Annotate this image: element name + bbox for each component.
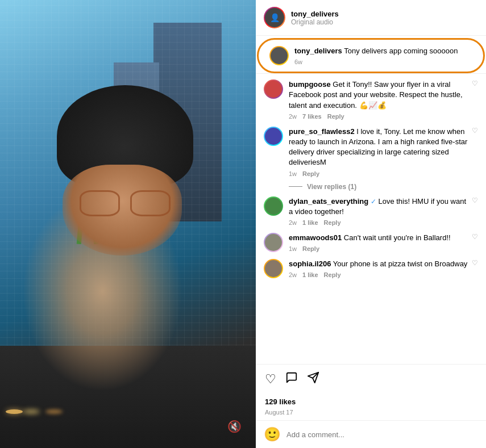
username-bumpgoose[interactable]: bumpgoose [289,80,331,89]
heart-sophia[interactable]: ♡ [472,259,478,267]
header-avatar[interactable]: 👤 [264,7,285,28]
comment-emma: emmawoods01 Can't wait until you're in B… [256,229,486,256]
comment-text-pure: pure_so_flawless2 I love it, Tony. Let m… [289,127,472,168]
comment-body-dylan: dylan_eats_everything ✓ Love this! HMU i… [289,196,472,226]
meta-emma: 1w Reply [289,245,472,252]
heart-dylan[interactable]: ♡ [472,196,478,204]
header-avatar-image: 👤 [265,8,284,27]
username-emma[interactable]: emmawoods01 [289,233,342,242]
highlighted-comment-body: tony_delivers Tony delivers app coming s… [294,46,472,65]
likes-sophia: 1 like [302,271,318,278]
reply-btn-dylan[interactable]: Reply [324,219,341,226]
content-emma: Can't wait until you're in Ballard!! [344,233,451,242]
header-username[interactable]: tony_delivers [291,10,478,18]
comment-body-emma: emmawoods01 Can't wait until you're in B… [289,233,472,252]
avatar-dylan [264,196,283,216]
comments-panel: 👤 tony_delivers Original audio tony_deli… [256,0,486,448]
meta-pure: 1w Reply [289,170,472,177]
share-button[interactable] [307,371,319,387]
likes-dylan: 1 like [302,219,318,226]
username-sophia[interactable]: sophia.il206 [289,259,331,268]
comment-text-bumpgoose: bumpgoose Get it Tony!! Saw your flyer i… [289,79,472,111]
highlighted-comment-text: tony_delivers Tony delivers app coming s… [294,46,472,56]
comment-bumpgoose: bumpgoose Get it Tony!! Saw your flyer i… [256,76,486,123]
time-sophia: 2w [289,271,297,278]
comment-button[interactable] [285,371,298,387]
likes-bumpgoose: 7 likes [302,113,322,120]
like-button[interactable]: ♡ [265,372,276,387]
header-info: tony_delivers Original audio [291,10,478,26]
emoji-button[interactable]: 🙂 [264,426,281,442]
view-replies-pure[interactable]: View replies (1) [256,181,486,193]
header-subtitle: Original audio [291,18,478,26]
likes-section: 129 likes [256,394,486,408]
avatar-pure [264,127,283,146]
time-pure: 1w [289,170,297,177]
meta-bumpgoose: 2w 7 likes Reply [289,113,472,120]
highlighted-comment-time: 6w [294,58,302,65]
comment-body-bumpgoose: bumpgoose Get it Tony!! Saw your flyer i… [289,79,472,120]
heart-emma[interactable]: ♡ [472,233,478,241]
comment-text-sophia: sophia.il206 Your phone is at pizza twis… [289,259,472,269]
reply-btn-emma[interactable]: Reply [302,245,319,252]
comment-sophia: sophia.il206 Your phone is at pizza twis… [256,256,486,282]
add-comment-input[interactable] [286,430,478,439]
comment-body-pure: pure_so_flawless2 I love it, Tony. Let m… [289,127,472,177]
verified-badge-dylan: ✓ [371,198,376,206]
video-panel: 🔇 [0,0,256,448]
section-divider [256,73,486,74]
avatar-sophia [264,259,283,278]
post-date: August 17 [256,408,486,420]
post-header: 👤 tony_delivers Original audio [256,0,486,36]
comment-pure: pure_so_flawless2 I love it, Tony. Let m… [256,123,486,181]
highlighted-comment-wrapper: tony_delivers Tony delivers app coming s… [261,43,480,69]
time-dylan: 2w [289,219,297,226]
avatar-bumpgoose [264,79,283,99]
likes-count: 129 likes [265,397,296,406]
mute-icon[interactable]: 🔇 [227,420,244,437]
highlighted-comment: tony_delivers Tony delivers app coming s… [261,43,480,69]
comment-avatar-tony [269,46,289,65]
add-comment-bar[interactable]: 🙂 [256,420,486,448]
time-emma: 1w [289,245,297,252]
heart-bumpgoose[interactable]: ♡ [472,79,478,87]
comment-body-sophia: sophia.il206 Your phone is at pizza twis… [289,259,472,278]
username-pure[interactable]: pure_so_flawless2 [289,127,355,136]
reply-btn-sophia[interactable]: Reply [324,271,341,278]
highlighted-comment-content: Tony delivers app coming sooooon [344,47,458,55]
reply-btn-bumpgoose[interactable]: Reply [327,113,344,120]
reply-btn-pure[interactable]: Reply [302,170,319,177]
view-replies-line [289,186,302,187]
comment-text-dylan: dylan_eats_everything ✓ Love this! HMU i… [289,196,472,217]
meta-dylan: 2w 1 like Reply [289,219,472,226]
comment-dylan: dylan_eats_everything ✓ Love this! HMU i… [256,193,486,229]
view-replies-text[interactable]: View replies (1) [307,183,356,191]
avatar-emma [264,233,283,252]
highlighted-comment-meta: 6w [294,58,472,65]
meta-sophia: 2w 1 like Reply [289,271,472,278]
time-bumpgoose: 2w [289,113,297,120]
comments-area[interactable]: tony_delivers Tony delivers app coming s… [256,36,486,364]
heart-pure[interactable]: ♡ [472,127,478,135]
username-dylan[interactable]: dylan_eats_everything [289,197,368,206]
comment-text-emma: emmawoods01 Can't wait until you're in B… [289,233,472,243]
content-sophia: Your phone is at pizza twist on Broadway [333,259,468,268]
actions-bar: ♡ [256,364,486,394]
highlighted-comment-username[interactable]: tony_delivers [294,47,342,55]
